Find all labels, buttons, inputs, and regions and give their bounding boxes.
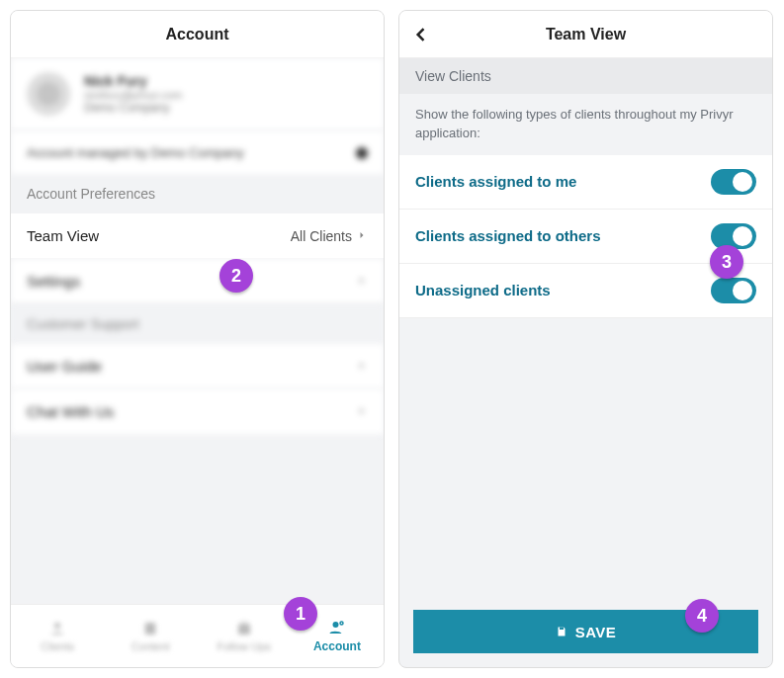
view-clients-header: View Clients bbox=[399, 58, 772, 94]
step-badge-4: 4 bbox=[685, 599, 719, 633]
svg-point-5 bbox=[332, 622, 338, 628]
content-icon bbox=[140, 620, 160, 637]
svg-rect-3 bbox=[241, 622, 243, 627]
profile-company: Demo Company bbox=[84, 101, 182, 115]
account-managed-label: Account managed by Demo Company bbox=[27, 145, 244, 160]
save-label: SAVE bbox=[575, 624, 617, 640]
tab-label: Content bbox=[131, 640, 170, 652]
toggle-switch[interactable] bbox=[711, 169, 756, 195]
svg-rect-7 bbox=[560, 628, 564, 631]
tab-content[interactable]: Content bbox=[104, 605, 197, 667]
svg-rect-1 bbox=[145, 623, 156, 635]
step-badge-2: 2 bbox=[219, 259, 253, 293]
header: Account bbox=[11, 11, 384, 58]
toggle-switch[interactable] bbox=[711, 223, 756, 249]
clients-icon bbox=[47, 620, 67, 637]
settings-row[interactable]: Settings bbox=[11, 259, 384, 304]
save-icon bbox=[556, 625, 567, 638]
team-view-row[interactable]: Team View All Clients bbox=[11, 213, 384, 259]
toggle-label: Clients assigned to others bbox=[415, 227, 601, 244]
user-guide-row[interactable]: User Guide bbox=[11, 344, 384, 389]
tab-followups[interactable]: Follow Ups bbox=[198, 605, 291, 667]
page-title: Team View bbox=[546, 26, 626, 43]
step-badge-3: 3 bbox=[710, 245, 743, 279]
profile-name: Nick Fury bbox=[84, 73, 182, 89]
chevron-right-icon bbox=[356, 358, 368, 375]
chat-row[interactable]: Chat With Us bbox=[11, 389, 384, 435]
back-button[interactable] bbox=[411, 11, 431, 58]
tabbar: Clients Content Follow Ups Account bbox=[11, 604, 384, 667]
team-view-label: Team View bbox=[27, 227, 99, 244]
chevron-right-icon bbox=[356, 273, 368, 290]
profile-row[interactable]: Nick Fury nickfury@privyr.com Demo Compa… bbox=[11, 58, 384, 129]
team-view-screen: Team View View Clients Show the followin… bbox=[398, 10, 773, 668]
header: Team View bbox=[399, 11, 772, 58]
svg-point-6 bbox=[340, 622, 343, 625]
toggle-switch[interactable] bbox=[711, 278, 756, 303]
chevron-right-icon bbox=[356, 228, 368, 244]
preferences-header: Account Preferences bbox=[11, 174, 384, 213]
tab-label: Follow Ups bbox=[217, 640, 270, 652]
user-guide-label: User Guide bbox=[27, 358, 102, 375]
svg-rect-4 bbox=[245, 622, 247, 627]
account-managed-row[interactable]: Account managed by Demo Company bbox=[11, 131, 384, 174]
page-title: Account bbox=[166, 26, 229, 43]
profile-email: nickfury@privyr.com bbox=[84, 89, 182, 101]
followups-icon bbox=[234, 620, 254, 637]
toggle-label: Clients assigned to me bbox=[415, 173, 576, 190]
team-view-value: All Clients bbox=[291, 228, 352, 244]
managed-indicator-icon bbox=[356, 147, 368, 159]
tab-label: Clients bbox=[41, 640, 74, 652]
account-icon bbox=[327, 619, 347, 636]
svg-rect-2 bbox=[238, 625, 250, 636]
avatar-icon bbox=[27, 72, 70, 116]
account-screen: Account Nick Fury nickfury@privyr.com De… bbox=[10, 10, 385, 668]
svg-point-0 bbox=[54, 623, 60, 629]
settings-label: Settings bbox=[27, 273, 80, 290]
chat-label: Chat With Us bbox=[27, 403, 114, 420]
view-clients-desc: Show the following types of clients thro… bbox=[399, 94, 772, 155]
tab-clients[interactable]: Clients bbox=[11, 605, 104, 667]
support-header: Customer Support bbox=[11, 304, 384, 344]
step-badge-1: 1 bbox=[284, 597, 317, 631]
toggle-label: Unassigned clients bbox=[415, 282, 551, 298]
tab-label: Account bbox=[313, 639, 361, 653]
chevron-right-icon bbox=[356, 403, 368, 420]
toggle-assigned-me: Clients assigned to me bbox=[399, 155, 772, 210]
